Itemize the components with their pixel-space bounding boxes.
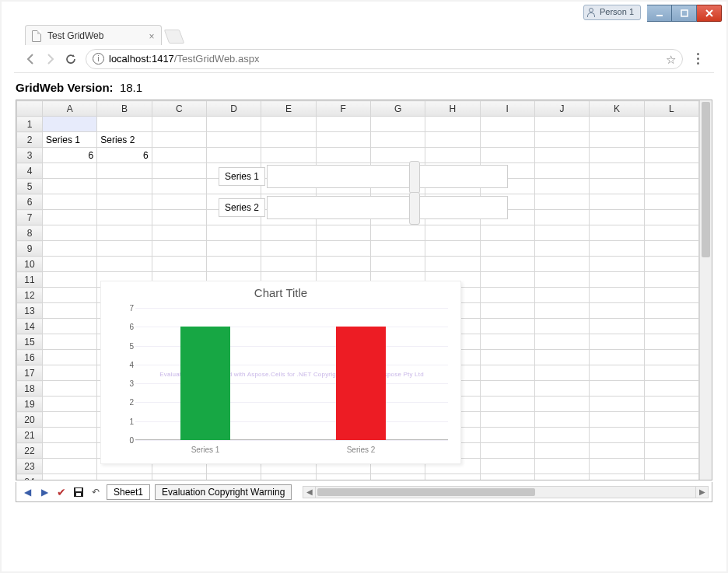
cell-C4[interactable]: [152, 163, 206, 179]
cell-J10[interactable]: [534, 257, 589, 272]
cell-K20[interactable]: [590, 412, 644, 428]
sheet-tab-sheet1[interactable]: Sheet1: [107, 484, 150, 500]
cell-A24[interactable]: [42, 474, 96, 480]
cell-J11[interactable]: [534, 272, 589, 288]
cell-E9[interactable]: [261, 241, 316, 257]
cell-K9[interactable]: [590, 241, 644, 257]
column-header-C[interactable]: C: [152, 101, 206, 117]
row-header-14[interactable]: 14: [17, 319, 43, 334]
cell-I10[interactable]: [480, 257, 534, 272]
cell-A10[interactable]: [42, 257, 96, 272]
cell-A2[interactable]: Series 1: [42, 132, 96, 148]
cell-I23[interactable]: [480, 459, 534, 474]
cell-J2[interactable]: [534, 132, 589, 148]
cell-K8[interactable]: [590, 225, 644, 241]
cell-L18[interactable]: [644, 381, 698, 397]
cell-D2[interactable]: [206, 132, 261, 148]
cell-K4[interactable]: [590, 163, 644, 179]
cell-B5[interactable]: [97, 179, 152, 194]
cell-F2[interactable]: [316, 132, 370, 148]
cell-B4[interactable]: [97, 163, 152, 179]
cell-L9[interactable]: [644, 241, 698, 257]
cell-G1[interactable]: [370, 117, 425, 132]
row-header-9[interactable]: 9: [17, 241, 43, 257]
column-header-K[interactable]: K: [590, 101, 644, 117]
series1-slider-thumb[interactable]: [409, 161, 420, 194]
cell-E3[interactable]: [261, 148, 316, 163]
cell-J1[interactable]: [534, 117, 589, 132]
hscroll-thumb[interactable]: [317, 488, 535, 496]
cell-A3[interactable]: 6: [42, 148, 96, 163]
cell-C7[interactable]: [152, 210, 206, 225]
cell-A1[interactable]: [42, 117, 96, 132]
cell-K6[interactable]: [590, 194, 644, 210]
cell-K3[interactable]: [590, 148, 644, 163]
cell-L19[interactable]: [644, 397, 698, 412]
browser-tab[interactable]: Test GridWeb ×: [25, 25, 162, 47]
cell-J6[interactable]: [534, 194, 589, 210]
new-tab-button[interactable]: [164, 30, 185, 44]
column-header-I[interactable]: I: [480, 101, 534, 117]
bookmark-star-icon[interactable]: ☆: [666, 53, 676, 67]
cell-K24[interactable]: [590, 474, 644, 480]
cell-L8[interactable]: [644, 225, 698, 241]
cell-E24[interactable]: [261, 474, 316, 480]
cell-I19[interactable]: [480, 397, 534, 412]
row-header-1[interactable]: 1: [17, 117, 43, 132]
cell-K22[interactable]: [590, 443, 644, 459]
chart-bar-2[interactable]: [336, 327, 386, 440]
hscroll-left-button[interactable]: ◀: [303, 487, 316, 498]
cell-B24[interactable]: [97, 474, 152, 480]
cell-A14[interactable]: [42, 319, 96, 334]
cell-K5[interactable]: [590, 179, 644, 194]
cell-J3[interactable]: [534, 148, 589, 163]
save-button[interactable]: [72, 486, 85, 498]
cell-J17[interactable]: [534, 365, 589, 381]
cell-J4[interactable]: [534, 163, 589, 179]
cell-F1[interactable]: [316, 117, 370, 132]
cell-H1[interactable]: [425, 117, 480, 132]
cell-I12[interactable]: [480, 288, 534, 303]
cell-J12[interactable]: [534, 288, 589, 303]
cell-I15[interactable]: [480, 334, 534, 350]
cell-K10[interactable]: [590, 257, 644, 272]
hscroll-right-button[interactable]: ▶: [695, 487, 708, 498]
cell-K12[interactable]: [590, 288, 644, 303]
row-header-4[interactable]: 4: [17, 163, 43, 179]
cell-A8[interactable]: [42, 225, 96, 241]
row-header-10[interactable]: 10: [17, 257, 43, 272]
cell-I24[interactable]: [480, 474, 534, 480]
column-header-J[interactable]: J: [534, 101, 589, 117]
cell-L12[interactable]: [644, 288, 698, 303]
cell-L3[interactable]: [644, 148, 698, 163]
cell-K11[interactable]: [590, 272, 644, 288]
column-header-A[interactable]: A: [42, 101, 96, 117]
row-header-23[interactable]: 23: [17, 459, 43, 474]
column-header-B[interactable]: B: [97, 101, 152, 117]
cell-K21[interactable]: [590, 428, 644, 443]
cell-I11[interactable]: [480, 272, 534, 288]
cell-G24[interactable]: [370, 474, 425, 480]
cell-A22[interactable]: [42, 443, 96, 459]
browser-menu-button[interactable]: [688, 49, 708, 69]
cell-L22[interactable]: [644, 443, 698, 459]
cell-L15[interactable]: [644, 334, 698, 350]
row-header-2[interactable]: 2: [17, 132, 43, 148]
commit-button[interactable]: ✔: [55, 486, 68, 498]
cell-A7[interactable]: [42, 210, 96, 225]
cell-D8[interactable]: [206, 225, 261, 241]
cell-A16[interactable]: [42, 350, 96, 365]
column-header-H[interactable]: H: [425, 101, 480, 117]
series1-slider-track[interactable]: [267, 165, 508, 188]
cell-J5[interactable]: [534, 179, 589, 194]
cell-A12[interactable]: [42, 288, 96, 303]
cell-C8[interactable]: [152, 225, 206, 241]
cell-C9[interactable]: [152, 241, 206, 257]
cell-A23[interactable]: [42, 459, 96, 474]
row-header-5[interactable]: 5: [17, 179, 43, 194]
cell-K2[interactable]: [590, 132, 644, 148]
cell-J24[interactable]: [534, 474, 589, 480]
cell-H3[interactable]: [425, 148, 480, 163]
cell-B2[interactable]: Series 2: [97, 132, 152, 148]
window-maximize-button[interactable]: [672, 5, 697, 22]
